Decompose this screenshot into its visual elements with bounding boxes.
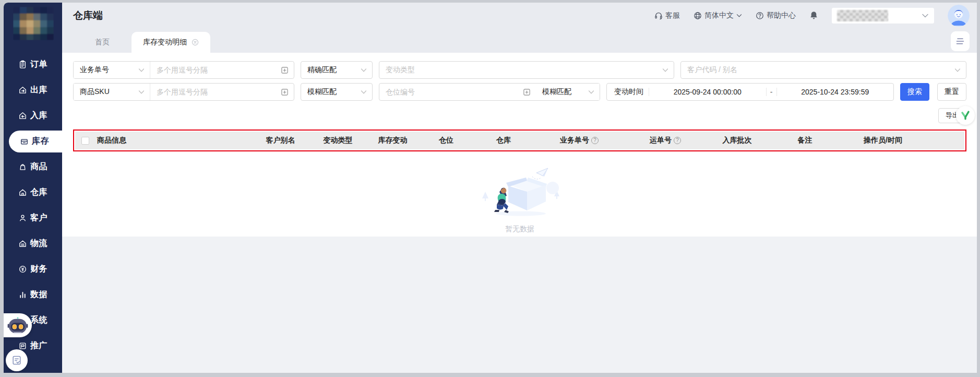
sidebar-item-orders[interactable]: 订单 xyxy=(4,52,62,77)
app-window: 订单 出库 入库 库存 xyxy=(4,3,977,373)
table-header-row: 商品信息 客户别名 变动类型 库存变动 仓位 仓库 业务单号 运单号 入库批次 … xyxy=(75,132,964,149)
sidebar-item-customers[interactable]: 客户 xyxy=(4,205,62,231)
bin-number-input[interactable] xyxy=(386,88,519,96)
match-mode-value: 模糊匹配 xyxy=(307,87,337,97)
help-icon[interactable] xyxy=(591,137,599,144)
chat-assistant-widget[interactable] xyxy=(4,313,32,337)
user-avatar[interactable] xyxy=(948,5,970,27)
batch-input-icon[interactable] xyxy=(281,66,289,74)
empty-box-illustration xyxy=(478,165,561,218)
field2-input[interactable] xyxy=(157,88,277,96)
column-business-number[interactable]: 业务单号 xyxy=(535,136,624,145)
batch-input-icon[interactable] xyxy=(281,88,289,96)
page-title: 仓库端 xyxy=(73,9,103,22)
chevron-down-icon xyxy=(361,68,367,73)
sidebar-item-logistics[interactable]: 物流 xyxy=(4,231,62,256)
sidebar-item-outbound[interactable]: 出库 xyxy=(4,77,62,103)
time-range-label: 变动时间 xyxy=(607,87,649,97)
sidebar-item-label: 财务 xyxy=(30,264,47,275)
username-redacted xyxy=(837,10,888,21)
sidebar-item-label: 推广 xyxy=(30,340,47,351)
sidebar-item-finance[interactable]: 财务 xyxy=(4,256,62,282)
tab-close-icon[interactable] xyxy=(192,39,199,46)
match-mode-value: 模糊匹配 xyxy=(542,87,571,97)
sidebar-item-products[interactable]: 商品 xyxy=(4,154,62,180)
sidebar: 订单 出库 入库 库存 xyxy=(4,3,62,373)
outbound-icon xyxy=(18,86,27,95)
export-assistant-logo[interactable] xyxy=(956,106,975,125)
sidebar-item-label: 订单 xyxy=(30,59,47,70)
match-mode-select-3[interactable]: 模糊匹配 xyxy=(536,84,600,100)
column-customer-alias[interactable]: 客户别名 xyxy=(250,136,310,145)
reset-button[interactable]: 重置 xyxy=(937,83,966,101)
chevron-down-icon xyxy=(138,68,145,73)
tab-list-button[interactable] xyxy=(951,31,970,51)
column-tracking-number[interactable]: 运单号 xyxy=(624,136,707,145)
change-type-select[interactable]: 变动类型 xyxy=(379,61,674,79)
customer-code-placeholder: 客户代码 / 别名 xyxy=(687,65,737,75)
field1-type-value: 业务单号 xyxy=(80,65,109,75)
page-background xyxy=(62,237,977,373)
table-header-checkbox-cell xyxy=(75,137,96,145)
sidebar-item-inventory[interactable]: 库存 xyxy=(9,131,62,152)
sidebar-item-label: 出库 xyxy=(30,85,47,96)
sidebar-item-warehouses[interactable]: 仓库 xyxy=(4,180,62,205)
column-operator-time[interactable]: 操作员/时间 xyxy=(843,136,964,145)
warehouse-icon xyxy=(18,188,27,197)
customer-service-link[interactable]: 客服 xyxy=(654,11,680,20)
avatar-illustration xyxy=(948,5,970,27)
time-end-value[interactable]: 2025-10-24 23:59:59 xyxy=(776,88,894,96)
logo-mosaic-image xyxy=(13,7,54,40)
match-mode-select-2[interactable]: 模糊匹配 xyxy=(301,83,373,101)
search-button[interactable]: 搜索 xyxy=(900,83,929,101)
field1-input[interactable] xyxy=(157,66,277,74)
customer-code-select[interactable]: 客户代码 / 别名 xyxy=(680,61,966,79)
chevron-down-icon xyxy=(588,90,594,95)
time-start-value[interactable]: 2025-09-24 00:00:00 xyxy=(649,88,766,96)
help-icon[interactable] xyxy=(674,137,681,144)
main-area: 仓库端 客服 简体中文 帮助中心 xyxy=(62,3,977,373)
match-mode-value: 精确匹配 xyxy=(307,65,337,75)
field2-type-select[interactable]: 商品SKU xyxy=(74,84,150,100)
order-icon xyxy=(18,60,27,69)
feedback-button[interactable] xyxy=(6,349,28,371)
green-y-logo-icon xyxy=(959,109,972,122)
user-menu[interactable] xyxy=(832,8,934,23)
tab-home[interactable]: 首页 xyxy=(73,32,132,53)
chevron-down-icon xyxy=(922,13,929,18)
headset-icon xyxy=(654,11,663,20)
match-mode-select-1[interactable]: 精确匹配 xyxy=(301,61,373,79)
sidebar-item-label: 系统 xyxy=(30,315,47,326)
help-center-label: 帮助中心 xyxy=(767,11,796,20)
help-center-link[interactable]: 帮助中心 xyxy=(756,11,796,20)
column-bin[interactable]: 仓位 xyxy=(420,136,472,145)
column-product-info[interactable]: 商品信息 xyxy=(96,136,250,145)
empty-state: 暂无数据 xyxy=(73,165,966,234)
time-range-picker[interactable]: 变动时间 2025-09-24 00:00:00 - 2025-10-24 23… xyxy=(606,83,894,101)
field2-type-value: 商品SKU xyxy=(80,87,110,97)
column-change-type[interactable]: 变动类型 xyxy=(310,136,365,145)
topbar-actions: 客服 简体中文 帮助中心 xyxy=(654,5,970,27)
notifications-button[interactable] xyxy=(809,11,818,20)
robot-mascot-icon xyxy=(7,316,29,334)
column-stock-change[interactable]: 库存变动 xyxy=(365,136,420,145)
field1-type-select[interactable]: 业务单号 xyxy=(74,62,150,78)
product-icon xyxy=(18,162,27,171)
column-inbound-batch[interactable]: 入库批次 xyxy=(707,136,767,145)
tab-inventory-change-detail[interactable]: 库存变动明细 xyxy=(132,32,210,53)
sku-filter-group: 商品SKU xyxy=(73,83,294,101)
sidebar-item-label: 仓库 xyxy=(30,187,47,198)
app-logo xyxy=(13,7,54,40)
batch-input-icon[interactable] xyxy=(523,88,531,96)
change-type-placeholder: 变动类型 xyxy=(386,65,415,75)
sidebar-item-inbound[interactable]: 入库 xyxy=(4,103,62,128)
column-remark[interactable]: 备注 xyxy=(767,136,843,145)
filter-row-2: 商品SKU 模糊匹配 xyxy=(73,83,966,101)
select-all-checkbox[interactable] xyxy=(81,137,89,145)
sidebar-item-data[interactable]: 数据 xyxy=(4,282,62,308)
language-switcher[interactable]: 简体中文 xyxy=(694,11,742,20)
column-warehouse[interactable]: 仓库 xyxy=(472,136,535,145)
tab-menu-icon xyxy=(955,38,965,45)
empty-state-text: 暂无数据 xyxy=(505,225,534,234)
field2-input-wrap xyxy=(150,84,294,100)
